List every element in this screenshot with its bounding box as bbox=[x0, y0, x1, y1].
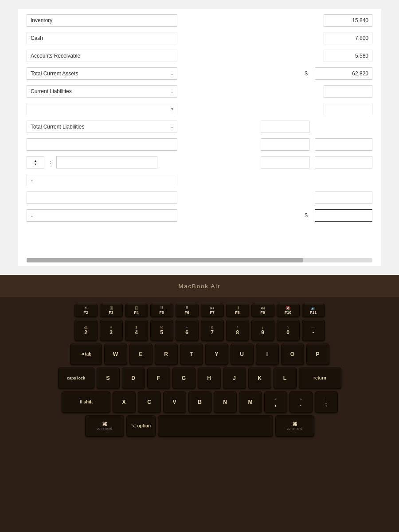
key-x[interactable]: X bbox=[113, 391, 136, 413]
key-rcmd[interactable]: ⌘ command bbox=[275, 415, 314, 437]
key-star-8[interactable]: * 8 bbox=[226, 320, 249, 341]
key-hash-3[interactable]: # 3 bbox=[100, 320, 123, 341]
brightness-icon bbox=[84, 306, 88, 310]
key-dollar-4[interactable]: $ 4 bbox=[125, 320, 148, 341]
key-rparen-0[interactable]: ) 0 bbox=[277, 320, 300, 341]
tca-row: Total Current Assets $ 62,820 bbox=[27, 66, 372, 81]
cl-label[interactable]: Current Liabilities bbox=[27, 85, 177, 98]
key-pct-5[interactable]: % 5 bbox=[150, 320, 173, 341]
colon-separator: : bbox=[50, 159, 51, 165]
mini-total[interactable] bbox=[315, 156, 372, 168]
key-f6[interactable]: F6 bbox=[176, 304, 199, 317]
last-dollar-sign: $ bbox=[305, 212, 308, 219]
empty-value-1[interactable] bbox=[324, 103, 372, 115]
inventory-value[interactable]: 15,840 bbox=[324, 14, 372, 27]
tca-label[interactable]: Total Current Assets bbox=[27, 67, 177, 80]
mini-stepper[interactable]: ▲ ▼ bbox=[27, 156, 44, 168]
key-lshift[interactable]: ⇧ shift bbox=[62, 391, 110, 413]
key-f9[interactable]: F9 bbox=[251, 304, 274, 317]
key-j[interactable]: J bbox=[223, 368, 246, 389]
long-label-field[interactable] bbox=[56, 156, 157, 168]
key-l[interactable]: L bbox=[274, 368, 297, 389]
key-capslock[interactable]: caps lock bbox=[58, 368, 94, 389]
last-row: $ bbox=[27, 208, 372, 223]
empty-field-2[interactable] bbox=[27, 138, 177, 151]
key-return[interactable]: return bbox=[299, 368, 341, 389]
macbook-bezel: MacBook Air bbox=[0, 275, 399, 297]
key-k[interactable]: K bbox=[248, 368, 271, 389]
empty-field-1[interactable]: ▼ bbox=[27, 103, 177, 115]
empty-total-4[interactable] bbox=[315, 192, 372, 204]
key-amp-7[interactable]: & 7 bbox=[201, 320, 224, 341]
key-r[interactable]: R bbox=[155, 344, 178, 365]
launchpad-icon bbox=[135, 306, 138, 310]
key-caret-6[interactable]: ^ 6 bbox=[176, 320, 199, 341]
key-m[interactable]: M bbox=[239, 391, 262, 413]
empty-field-3[interactable] bbox=[27, 174, 177, 186]
key-t[interactable]: T bbox=[180, 344, 203, 365]
key-f4[interactable]: F4 bbox=[125, 304, 148, 317]
key-g[interactable]: G bbox=[172, 368, 196, 389]
key-u[interactable]: U bbox=[231, 344, 254, 365]
number-key-row: @ 2 # 3 $ 4 % 5 ^ 6 & 7 * 8 ( 9 bbox=[9, 320, 390, 341]
key-b[interactable]: B bbox=[188, 391, 211, 413]
key-f5[interactable]: F5 bbox=[150, 304, 173, 317]
ar-row: Accounts Receivable 5,580 bbox=[27, 49, 372, 63]
asdf-row: caps lock S D F G H J K L return bbox=[9, 368, 390, 389]
tcl-value[interactable] bbox=[261, 121, 309, 133]
key-p[interactable]: P bbox=[306, 344, 329, 365]
key-f8[interactable]: F8 bbox=[226, 304, 249, 317]
key-semicolon[interactable]: : ; bbox=[315, 391, 338, 413]
key-d[interactable]: D bbox=[122, 368, 145, 389]
play-icon bbox=[235, 306, 240, 310]
key-dash[interactable]: — - bbox=[302, 320, 325, 341]
key-at-2[interactable]: @ 2 bbox=[74, 320, 98, 341]
key-f3[interactable]: F3 bbox=[100, 304, 123, 317]
key-y[interactable]: Y bbox=[205, 344, 228, 365]
key-c[interactable]: C bbox=[138, 391, 161, 413]
empty-total-2[interactable] bbox=[315, 138, 372, 151]
key-w[interactable]: W bbox=[104, 344, 127, 365]
tcl-label[interactable]: Total Current Liabilities bbox=[27, 121, 177, 133]
empty-value-2[interactable] bbox=[261, 138, 309, 151]
cl-value[interactable] bbox=[324, 85, 372, 98]
key-f[interactable]: F bbox=[147, 368, 170, 389]
key-f7[interactable]: F7 bbox=[201, 304, 224, 317]
key-tab[interactable]: ⇥ tab bbox=[70, 344, 102, 365]
ar-value[interactable]: 5,580 bbox=[324, 50, 372, 62]
last-total[interactable] bbox=[315, 209, 372, 222]
key-f11[interactable]: F11 bbox=[302, 304, 325, 317]
key-period[interactable]: > . bbox=[289, 391, 313, 413]
inventory-label[interactable]: Inventory bbox=[27, 14, 177, 27]
key-space[interactable] bbox=[158, 415, 273, 437]
key-lcmd[interactable]: ⌘ command bbox=[85, 415, 124, 437]
spreadsheet-area: Inventory 15,840 Cash 7,800 Accounts Rec… bbox=[18, 9, 381, 266]
key-i[interactable]: I bbox=[256, 344, 279, 365]
mini-value[interactable] bbox=[261, 156, 309, 168]
key-lparen-9[interactable]: ( 9 bbox=[251, 320, 274, 341]
key-f10[interactable]: F10 bbox=[277, 304, 300, 317]
key-f2[interactable]: F2 bbox=[74, 304, 98, 317]
form-container: Inventory 15,840 Cash 7,800 Accounts Rec… bbox=[18, 9, 381, 227]
last-label[interactable] bbox=[27, 209, 177, 222]
cash-value[interactable]: 7,800 bbox=[324, 32, 372, 44]
cash-row: Cash 7,800 bbox=[27, 31, 372, 45]
key-v[interactable]: V bbox=[163, 391, 186, 413]
scrollbar-thumb[interactable] bbox=[27, 258, 303, 262]
key-n[interactable]: N bbox=[214, 391, 237, 413]
empty-row-4 bbox=[27, 191, 372, 205]
ar-label[interactable]: Accounts Receivable bbox=[27, 50, 177, 62]
empty-row-3 bbox=[27, 173, 372, 187]
key-e[interactable]: E bbox=[129, 344, 153, 365]
horizontal-scrollbar[interactable] bbox=[27, 258, 372, 262]
tca-value[interactable]: 62,820 bbox=[315, 67, 372, 80]
mute-icon bbox=[286, 306, 290, 310]
key-s[interactable]: S bbox=[97, 368, 120, 389]
key-h[interactable]: H bbox=[198, 368, 221, 389]
key-o[interactable]: O bbox=[281, 344, 304, 365]
key-loption[interactable]: ⌥ option bbox=[126, 415, 156, 437]
key-comma[interactable]: < , bbox=[264, 391, 287, 413]
cash-label[interactable]: Cash bbox=[27, 32, 177, 44]
empty-field-4[interactable] bbox=[27, 192, 177, 204]
ff-icon bbox=[261, 306, 265, 310]
